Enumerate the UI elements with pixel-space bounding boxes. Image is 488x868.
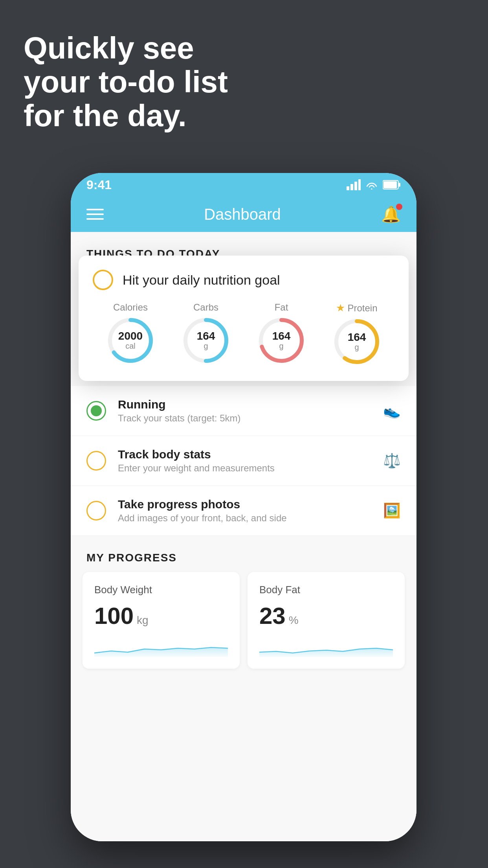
macro-value: 164 [197, 331, 215, 342]
hero-line1: Quickly see [24, 31, 228, 65]
todo-text-progress-photos: Take progress photosAdd images of your f… [118, 498, 371, 524]
hero-line2: your to-do list [24, 65, 228, 99]
progress-title: MY PROGRESS [83, 552, 405, 564]
todo-text-running: RunningTrack your stats (target: 5km) [118, 398, 371, 424]
todo-main-progress-photos: Take progress photos [118, 498, 371, 511]
progress-section: MY PROGRESS Body Weight 100 kg Body [71, 552, 416, 669]
progress-value-1: 23 % [259, 602, 393, 629]
progress-value-0: 100 kg [94, 602, 228, 629]
svg-rect-0 [347, 186, 349, 190]
wifi-icon [365, 179, 379, 190]
progress-card-1[interactable]: Body Fat 23 % [248, 572, 405, 669]
status-bar: 9:41 [71, 173, 416, 197]
bell-icon[interactable]: 🔔 [381, 205, 401, 224]
progress-cards: Body Weight 100 kg Body Fat 23 % [83, 572, 405, 669]
hero-text: Quickly see your to-do list for the day. [24, 31, 228, 132]
svg-marker-16 [259, 648, 393, 657]
progress-num-0: 100 [94, 602, 134, 629]
donut-carbs: 164 g [182, 317, 229, 364]
donut-calories: 2000 cal [107, 317, 154, 364]
macro-fat: Fat 164 g [258, 302, 305, 365]
status-icons [347, 179, 401, 190]
hero-line3: for the day. [24, 99, 228, 133]
donut-fat: 164 g [258, 317, 305, 364]
signal-icon [347, 179, 361, 190]
todo-main-body-stats: Track body stats [118, 448, 371, 461]
todo-icon-body-stats: ⚖️ [383, 452, 401, 469]
todo-main-running: Running [118, 398, 371, 411]
macro-label-carbs: Carbs [193, 302, 218, 313]
content-area: THINGS TO DO TODAY Hit your daily nutrit… [71, 232, 416, 841]
progress-unit-0: kg [137, 614, 149, 627]
nutrition-check-circle[interactable] [93, 270, 113, 290]
svg-rect-2 [354, 182, 357, 190]
todo-sub-body-stats: Enter your weight and measurements [118, 463, 371, 474]
svg-rect-3 [358, 179, 361, 190]
svg-marker-15 [94, 647, 228, 657]
macro-unit: g [348, 343, 366, 352]
star-icon: ★ [336, 302, 345, 314]
nutrition-card: Hit your daily nutrition goal Calories 2… [79, 256, 409, 381]
progress-unit-1: % [289, 614, 299, 627]
svg-rect-1 [350, 184, 353, 190]
macro-label-protein: Protein [347, 303, 377, 314]
macro-value: 2000 [118, 331, 143, 342]
progress-card-title-1: Body Fat [259, 584, 393, 596]
phone-frame: 9:41 [71, 173, 416, 841]
todo-icon-running: 👟 [383, 403, 401, 419]
todo-item-progress-photos[interactable]: Take progress photosAdd images of your f… [71, 486, 416, 536]
todo-item-body-stats[interactable]: Track body statsEnter your weight and me… [71, 436, 416, 486]
todo-circle-running [86, 401, 106, 421]
macro-unit: g [197, 342, 215, 351]
battery-icon [383, 180, 401, 190]
progress-card-0[interactable]: Body Weight 100 kg [83, 572, 240, 669]
hamburger-menu[interactable] [86, 209, 104, 220]
progress-num-1: 23 [259, 602, 286, 629]
svg-rect-5 [398, 183, 400, 187]
todo-item-running[interactable]: RunningTrack your stats (target: 5km)👟 [71, 386, 416, 436]
macro-protein: ★Protein 164 g [333, 302, 380, 365]
svg-rect-6 [383, 181, 397, 188]
macro-value: 164 [272, 331, 291, 342]
todo-icon-progress-photos: 🖼️ [383, 502, 401, 519]
nutrition-macros: Calories 2000 cal Carbs 164 g Fat 164 g … [93, 302, 394, 365]
macro-value: 164 [348, 332, 366, 343]
macro-label-calories: Calories [113, 302, 148, 313]
macro-label-fat: Fat [275, 302, 288, 313]
donut-protein: 164 g [333, 318, 380, 365]
macro-unit: cal [118, 342, 143, 351]
todo-sub-running: Track your stats (target: 5km) [118, 413, 371, 424]
nutrition-card-header: Hit your daily nutrition goal [93, 270, 394, 290]
macro-calories: Calories 2000 cal [107, 302, 154, 365]
todo-circle-progress-photos [86, 501, 106, 520]
mini-chart-0 [94, 637, 228, 657]
todo-circle-body-stats [86, 451, 106, 471]
macro-unit: g [272, 342, 291, 351]
macro-carbs: Carbs 164 g [182, 302, 229, 365]
status-time: 9:41 [86, 178, 112, 192]
todo-list: RunningTrack your stats (target: 5km)👟Tr… [71, 386, 416, 536]
nav-bar: Dashboard 🔔 [71, 197, 416, 232]
todo-sub-progress-photos: Add images of your front, back, and side [118, 513, 371, 524]
mini-chart-1 [259, 637, 393, 657]
notification-dot [396, 204, 402, 210]
nutrition-card-title: Hit your daily nutrition goal [123, 272, 280, 288]
todo-text-body-stats: Track body statsEnter your weight and me… [118, 448, 371, 474]
progress-card-title-0: Body Weight [94, 584, 228, 596]
nav-title: Dashboard [204, 206, 281, 223]
